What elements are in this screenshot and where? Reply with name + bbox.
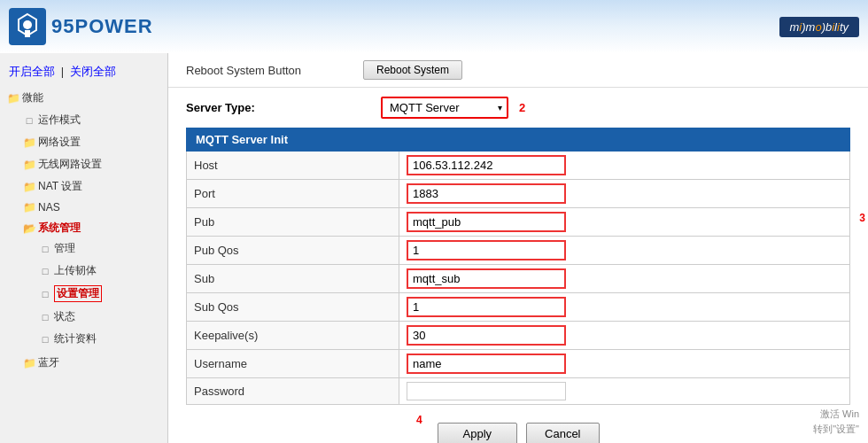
page-icon: □ (39, 243, 51, 255)
field-label-pub-qos: Pub Qos (187, 237, 399, 265)
reboot-system-button[interactable]: Reboot System (363, 60, 462, 80)
button-row: 4 Apply Cancel (186, 416, 850, 443)
field-cell-username (399, 350, 850, 378)
field-label-pub: Pub (187, 208, 399, 237)
field-label-keepalive: Keepalive(s) (187, 322, 399, 350)
sidebar-item-label: 无线网路设置 (38, 157, 102, 172)
header: 95POWER mi)mo)bility (0, 0, 868, 53)
field-cell-pub-qos (399, 237, 850, 265)
sidebar-item-nas[interactable]: 📁 NAS (16, 198, 167, 217)
cancel-button[interactable]: Cancel (526, 423, 599, 443)
field-cell-keepalive (399, 322, 850, 350)
annotation-4: 4 (416, 414, 422, 426)
field-label-host: Host (187, 152, 399, 180)
sidebar-item-wangluo[interactable]: 📁 网络设置 (16, 131, 167, 153)
server-type-label: Server Type: (186, 101, 363, 114)
table-row: Keepalive(s) (187, 322, 850, 350)
svg-point-2 (23, 20, 32, 29)
sidebar-item-zhuangtai[interactable]: □ 状态 (32, 306, 167, 328)
layout: 开启全部 | 关闭全部 📁 微能 □ 运作模式 📁 网络设置 (0, 53, 868, 443)
field-cell-sub (399, 265, 850, 293)
sidebar-item-yunzuo[interactable]: □ 运作模式 (16, 109, 167, 131)
sidebar-item-lanya[interactable]: 📁 蓝牙 (16, 352, 167, 374)
svg-rect-3 (25, 30, 30, 37)
field-cell-host (399, 152, 850, 180)
table-row: Sub Qos (187, 293, 850, 322)
host-input[interactable] (407, 155, 566, 175)
sidebar-item-nat[interactable]: 📁 NAT 设置 (16, 175, 167, 198)
server-type-row: Server Type: MQTT Server HTTP Server TCP… (186, 97, 850, 119)
page-icon: □ (39, 311, 51, 323)
sidebar-item-label: 设置管理 (54, 285, 102, 302)
page-icon: □ (39, 265, 51, 277)
field-cell-port (399, 180, 850, 208)
sidebar-toggle-bar: 开启全部 | 关闭全部 (0, 60, 167, 87)
annotation-2: 2 (519, 101, 525, 114)
folder-icon: 📁 (23, 159, 35, 171)
folder-icon: 📁 (23, 357, 35, 369)
password-input[interactable] (407, 382, 566, 400)
annotation-3: 3 (859, 212, 865, 224)
sidebar-item-label: 统计资料 (54, 331, 97, 346)
main-content: Reboot System Button Reboot System Serve… (168, 53, 868, 443)
pub-input[interactable] (407, 212, 566, 232)
page-icon: □ (39, 288, 51, 300)
reboot-label: Reboot System Button (186, 64, 345, 77)
sidebar-item-label: 上传韧体 (54, 263, 97, 278)
open-all-link[interactable]: 开启全部 (9, 65, 55, 78)
windows-watermark: 激活 Win 转到"设置" (813, 407, 859, 436)
field-label-username: Username (187, 350, 399, 378)
folder-icon: 📁 (23, 201, 35, 214)
field-label-sub: Sub (187, 265, 399, 293)
folder-icon: 📁 (23, 136, 35, 149)
table-row: Pub 3 (187, 208, 850, 237)
sidebar-item-label: NAT 设置 (38, 179, 82, 194)
page-icon: □ (23, 114, 35, 127)
mqtt-table: MQTT Server Init Host Port Pub (186, 128, 850, 405)
field-label-port: Port (187, 180, 399, 208)
sidebar-item-label: 网络设置 (38, 135, 81, 150)
folder-open-icon: 📂 (23, 222, 35, 235)
sidebar-item-label: NAS (38, 201, 60, 214)
sub-qos-input[interactable] (407, 297, 566, 317)
sidebar-item-wuxian[interactable]: 📁 无线网路设置 (16, 153, 167, 175)
port-input[interactable] (407, 183, 566, 204)
table-row: Host (187, 152, 850, 180)
sidebar-item-shezhi[interactable]: □ 设置管理 (32, 282, 167, 306)
field-cell-password (399, 378, 850, 405)
table-row: Sub (187, 265, 850, 293)
server-type-select-wrapper: MQTT Server HTTP Server TCP Server ▾ (381, 97, 508, 119)
field-cell-pub: 3 (399, 208, 850, 237)
logo-text: 95POWER (51, 15, 153, 38)
pub-qos-input[interactable] (407, 240, 566, 260)
reboot-bar: Reboot System Button Reboot System (168, 53, 868, 88)
server-type-select[interactable]: MQTT Server HTTP Server TCP Server (383, 98, 507, 117)
brand-badge: mi)mo)bility (779, 17, 860, 37)
username-input[interactable] (407, 354, 566, 374)
sidebar-item-label: 微能 (22, 90, 43, 105)
logo-icon (9, 8, 46, 45)
sidebar-item-guanli[interactable]: □ 管理 (32, 237, 167, 260)
sidebar-item-xitong[interactable]: 📂 系统管理 1 □ 管理 □ 上传韧体 (16, 217, 167, 352)
sidebar-item-label: 系统管理 (38, 221, 81, 236)
folder-icon: 📁 (23, 181, 35, 193)
field-cell-sub-qos (399, 293, 850, 322)
sub-input[interactable] (407, 268, 566, 289)
sidebar-item-weinen[interactable]: 📁 微能 (0, 87, 167, 109)
mqtt-table-header: MQTT Server Init (187, 128, 850, 152)
apply-button[interactable]: Apply (438, 423, 518, 443)
close-all-link[interactable]: 关闭全部 (70, 65, 116, 78)
table-row: Password (187, 378, 850, 405)
sidebar-item-label: 蓝牙 (38, 355, 59, 370)
field-label-sub-qos: Sub Qos (187, 293, 399, 322)
sidebar: 开启全部 | 关闭全部 📁 微能 □ 运作模式 📁 网络设置 (0, 53, 168, 443)
sidebar-item-shanchuan[interactable]: □ 上传韧体 (32, 260, 167, 282)
keepalive-input[interactable] (407, 325, 566, 346)
sidebar-item-tongji[interactable]: □ 统计资料 (32, 328, 167, 350)
logo: 95POWER (9, 8, 153, 45)
table-row: Username (187, 350, 850, 378)
form-area: Server Type: MQTT Server HTTP Server TCP… (168, 88, 868, 443)
field-label-password: Password (187, 378, 399, 405)
sidebar-item-label: 状态 (54, 309, 75, 324)
table-row: Port (187, 180, 850, 208)
